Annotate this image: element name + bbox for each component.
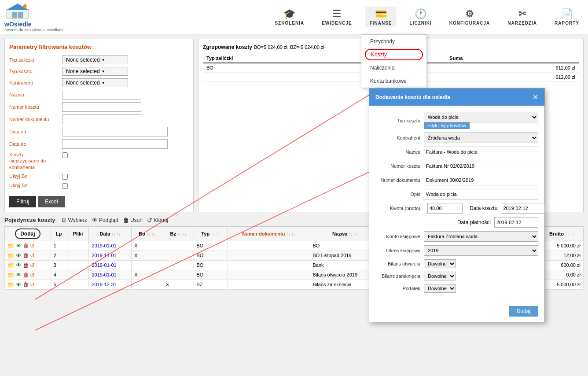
modal-podatek-row: Podatek Dowolne — [375, 284, 538, 293]
ukryj-bo-row: Ukryj Bo — [9, 173, 189, 180]
modal-data-kosztu-input[interactable] — [501, 203, 545, 214]
modal-data-platnosci-label: Data płatności — [457, 219, 491, 225]
typ-kosztu-select[interactable]: None selected ▼ — [62, 67, 128, 76]
data-do-input[interactable] — [62, 139, 168, 149]
svg-rect-3 — [18, 12, 23, 18]
finanse-icon: 💳 — [375, 8, 387, 20]
koszty-nieprzypisane-checkbox[interactable] — [62, 152, 68, 158]
row-brutto-2: 12,00 zł — [540, 251, 584, 260]
nav-raporty[interactable]: 📄 RAPORTY — [550, 7, 584, 27]
konfiguracja-icon: ⚙ — [465, 8, 474, 20]
modal-kontrahent-select[interactable]: Źródlana woda — [424, 133, 538, 143]
th-data: Data ↑↓ ↑↓ — [89, 226, 132, 241]
modal-opis-label: Opis — [375, 192, 424, 197]
nazwa-input[interactable] — [62, 90, 141, 100]
row-icons-4: 📁 👁 🗑 ↺ — [5, 270, 51, 280]
modal-numer-kosztu-input[interactable] — [424, 161, 538, 171]
nav-raporty-label: RAPORTY — [555, 21, 579, 26]
eye-icon[interactable]: 👁 — [16, 272, 22, 278]
clone-icon[interactable]: ↺ — [30, 243, 35, 249]
eye-icon[interactable]: 👁 — [16, 252, 22, 259]
numer-dokumentu-field — [62, 114, 189, 124]
clone-icon[interactable]: ↺ — [30, 281, 35, 288]
folder-icon[interactable]: 📁 — [7, 272, 15, 278]
row-typ-2: BO — [194, 251, 228, 260]
add-button[interactable]: Dodaj — [15, 229, 40, 239]
grouped-suma-2: 612,00 zł — [446, 73, 579, 82]
row-pliki-3 — [67, 260, 89, 270]
modal-podatek-select[interactable]: Dowolne — [424, 284, 456, 293]
nav-ewidencje[interactable]: ☰ EWIDENCJE — [317, 7, 356, 27]
eye-icon[interactable]: 👁 — [16, 262, 22, 269]
data-od-input[interactable] — [62, 127, 168, 136]
modal-kwota-input[interactable] — [427, 203, 463, 214]
numer-dokumentu-input[interactable] — [62, 114, 141, 124]
modal-nazwa-input[interactable] — [424, 147, 538, 157]
modal-bilans-otwarcia-label: Bilans otwarcia — [375, 261, 424, 266]
ukryj-bz-checkbox[interactable] — [62, 183, 68, 189]
th-brutto: Brutto ↑↓ ↑↓ — [540, 226, 584, 241]
row-brutto-4: 0,00 zł — [540, 270, 584, 280]
eye-icon[interactable]: 👁 — [16, 281, 22, 288]
typ-zaliczki-label: Typ zaliczki — [9, 57, 62, 63]
modal-data-platnosci-input[interactable] — [494, 217, 538, 228]
ukryj-bo-checkbox[interactable] — [62, 174, 68, 180]
folder-icon[interactable]: 📁 — [7, 252, 15, 259]
klonuj-label: Klonuj — [154, 217, 168, 223]
modal-footer: Dodaj — [369, 302, 544, 322]
modal-close-button[interactable]: ✕ — [533, 93, 538, 101]
dropdown-naliczenia[interactable]: Naliczenia — [361, 61, 426, 74]
row-data-3: 2019-01-01 — [89, 260, 132, 270]
typ-zaliczki-select[interactable]: None selected ▼ — [62, 55, 128, 64]
clone-icon[interactable]: ↺ — [30, 262, 35, 269]
podglad-action[interactable]: 👁 Podgląd — [92, 217, 118, 224]
modal-typ-kosztu-select[interactable]: Woda do picia — [424, 112, 538, 122]
typ-kosztu-label: Typ kosztu — [9, 69, 62, 74]
modal-bilans-zamkniecia-select[interactable]: Dowolne — [424, 272, 456, 280]
trash-icon[interactable]: 🗑 — [23, 272, 29, 278]
filter-button[interactable]: Filtruj — [9, 196, 36, 207]
row-pliki-2 — [67, 251, 89, 260]
trash-icon[interactable]: 🗑 — [23, 252, 29, 259]
nav-narzedzia[interactable]: ✂ NARZĘDZIA — [503, 7, 541, 27]
ewidencje-icon: ☰ — [332, 8, 341, 20]
row-bz-3 — [163, 260, 194, 270]
nav-liczniki[interactable]: 🕐 LICZNIKI — [405, 7, 436, 27]
modal-okres-ksiegowy-select[interactable]: 2019 — [424, 245, 538, 256]
folder-icon[interactable]: 📁 — [7, 262, 15, 269]
usun-action[interactable]: 🗑 Usuń — [123, 217, 143, 224]
modal-numer-kosztu-field — [424, 161, 538, 171]
modal-add-button[interactable]: Dodaj — [509, 306, 538, 317]
nav-konfiguracja[interactable]: ⚙ KONFIGURACJA — [445, 7, 495, 27]
dropdown-konta-bankowe[interactable]: Konta bankowe — [361, 74, 426, 88]
modal-konto-ksiegowe-select[interactable]: Faktura Źródlana woda — [424, 231, 538, 242]
nav-szkolenia[interactable]: 🎓 SZKOLENIA — [270, 7, 309, 27]
modal-kwota-data-row: Kwota (brutto) Data kosztu — [375, 203, 538, 214]
wybierz-action[interactable]: 🖥 Wybierz — [61, 217, 87, 224]
dropdown-przychody[interactable]: Przychody — [361, 35, 426, 48]
folder-icon[interactable]: 📁 — [7, 281, 15, 288]
modal-bilans-otwarcia-field: Dowolne — [424, 259, 538, 268]
modal-numer-dokumentu-input[interactable] — [424, 175, 538, 185]
trash-icon[interactable]: 🗑 — [23, 262, 29, 269]
klonuj-action[interactable]: ↺ Klonuj — [147, 217, 168, 224]
numer-kosztu-input[interactable] — [62, 102, 141, 112]
nazwa-label: Nazwa — [9, 92, 62, 97]
kontrahent-select[interactable]: None selected ▼ — [62, 78, 128, 87]
excel-button[interactable]: Excel — [38, 196, 65, 207]
dropdown-koszty[interactable]: Koszty — [365, 49, 423, 60]
row-numer-1 — [228, 241, 310, 251]
clone-icon[interactable]: ↺ — [30, 252, 35, 259]
nav-finanse[interactable]: 💳 FINANSE — [365, 7, 397, 27]
clone-icon[interactable]: ↺ — [30, 272, 35, 278]
grouped-typ-zaliczki-2 — [203, 73, 370, 82]
modal-opis-input[interactable] — [424, 189, 538, 199]
trash-icon[interactable]: 🗑 — [23, 281, 29, 288]
modal-bilans-otwarcia-select[interactable]: Dowolne — [424, 259, 456, 268]
modal-konto-ksiegowe-label: Konto księgowe — [375, 234, 424, 239]
trash-icon[interactable]: 🗑 — [23, 243, 29, 249]
eye-icon[interactable]: 👁 — [16, 243, 22, 249]
folder-icon[interactable]: 📁 — [7, 243, 15, 249]
numer-kosztu-field — [62, 102, 189, 112]
edit-types-button[interactable]: Edytuj typy kosztów — [424, 122, 470, 129]
